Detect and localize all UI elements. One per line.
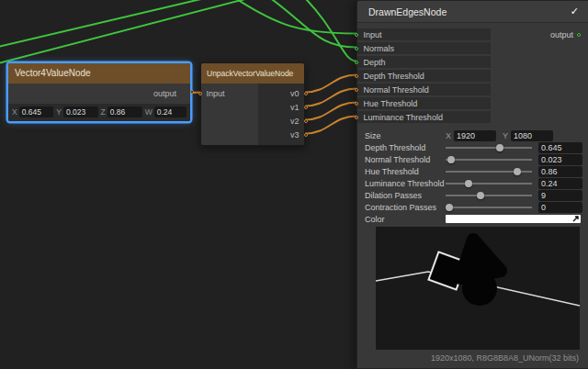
port-label: Depth	[364, 58, 386, 67]
unpack-vector-value-node[interactable]: UnpackVectorValueNode Input v0 v1 v2	[200, 62, 305, 146]
field-z-input[interactable]: 0.86	[107, 106, 142, 117]
edge-orange[interactable]	[305, 75, 356, 93]
panel-title-row[interactable]: DrawnEdgesNode ✓	[357, 1, 588, 23]
size-y-input[interactable]: 1080	[511, 130, 553, 141]
panel-ports-area: Input Normals Depth Depth Threshold Norm…	[357, 28, 588, 129]
slider-track	[446, 147, 532, 149]
color-swatch[interactable]	[446, 215, 581, 223]
slider-track	[446, 183, 532, 184]
normal-threshold-slider[interactable]	[446, 153, 532, 165]
output-port-label: output	[153, 89, 176, 98]
port-row-hue-threshold: Hue Threshold	[357, 97, 491, 109]
slider-handle[interactable]	[447, 156, 455, 163]
hue-threshold-input[interactable]: 0.86	[538, 166, 582, 177]
output-port-icon[interactable]	[577, 33, 581, 37]
node-graph-canvas[interactable]: Vector4ValueNode output X 0.645 Y 0.023 …	[0, 0, 588, 369]
prop-row-dilation-passes: Dilation Passes 9	[365, 189, 582, 201]
size-x-input[interactable]: 1920	[454, 130, 496, 141]
dilation-passes-input[interactable]: 9	[538, 190, 582, 201]
field-w-input[interactable]: 0.24	[154, 106, 187, 117]
port-row-input: Input	[201, 86, 258, 100]
port-row-depth: Depth	[357, 56, 491, 68]
drawn-edges-node-panel[interactable]: DrawnEdgesNode ✓ Input Normals Depth Dep…	[356, 0, 588, 369]
hue-threshold-slider[interactable]	[446, 165, 532, 177]
depth-threshold-slider[interactable]	[446, 141, 532, 153]
v3-port-icon[interactable]	[304, 133, 308, 137]
output-port-row: output	[8, 84, 190, 104]
node-title[interactable]: Vector4ValueNode	[8, 63, 190, 84]
input-port-label: Input	[207, 89, 225, 98]
field-y: Y 0.023	[56, 106, 97, 117]
preview-image	[376, 227, 580, 350]
port-row-v1: v1	[258, 100, 304, 114]
field-y-input[interactable]: 0.023	[63, 106, 98, 117]
port-row-input: Input	[357, 28, 491, 40]
input-port-icon[interactable]	[198, 92, 202, 95]
prop-row-hue-threshold: Hue Threshold 0.86	[365, 165, 582, 177]
port-row-v2: v2	[258, 114, 304, 128]
slider-handle[interactable]	[446, 204, 453, 211]
port-label: Normal Threshold	[364, 85, 429, 95]
size-y-label: Y	[503, 131, 508, 140]
vector4-value-node[interactable]: Vector4ValueNode output X 0.645 Y 0.023 …	[7, 62, 191, 122]
contraction-passes-input[interactable]: 0	[538, 202, 582, 213]
edge-green[interactable]	[226, 0, 356, 34]
depth-threshold-input[interactable]: 0.645	[538, 142, 582, 153]
texture-format-label: 1920x1080, R8G8B8A8_UNorm(32 bits)	[431, 353, 579, 363]
field-y-label: Y	[56, 107, 62, 117]
slider-track	[446, 159, 532, 161]
input-port-icon[interactable]	[355, 33, 358, 37]
output-port-row: output	[550, 28, 581, 40]
field-w-label: W	[145, 107, 153, 117]
edge-orange[interactable]	[305, 89, 356, 106]
v1-port-icon[interactable]	[304, 106, 308, 109]
prop-row-size: Size X 1920 Y 1080	[365, 129, 582, 141]
contraction-passes-slider[interactable]	[446, 201, 532, 213]
prop-label: Contraction Passes	[365, 203, 446, 212]
panel-properties: Size X 1920 Y 1080 Depth Threshold 0.645…	[365, 129, 582, 225]
dilation-passes-slider[interactable]	[446, 189, 532, 201]
luminance-threshold-port-icon[interactable]	[355, 116, 358, 119]
prop-row-normal-threshold: Normal Threshold 0.023	[365, 153, 582, 165]
v0-port-icon[interactable]	[304, 92, 308, 95]
prop-label: Hue Threshold	[365, 167, 446, 176]
port-row-v3: v3	[258, 128, 304, 141]
output-port-icon[interactable]	[190, 90, 194, 94]
v1-port-label: v1	[290, 103, 300, 112]
node-title[interactable]: UnpackVectorValueNode	[201, 63, 304, 84]
luminance-threshold-input[interactable]: 0.24	[538, 178, 582, 189]
slider-handle[interactable]	[514, 168, 521, 175]
slider-handle[interactable]	[496, 144, 503, 151]
v3-port-label: v3	[290, 130, 300, 140]
prop-row-color: Color	[365, 213, 582, 225]
edge-green[interactable]	[0, 0, 263, 64]
luminance-threshold-slider[interactable]	[446, 177, 532, 189]
depth-threshold-port-icon[interactable]	[355, 74, 358, 78]
slider-track	[446, 207, 532, 208]
hue-threshold-port-icon[interactable]	[355, 102, 358, 106]
edge-green[interactable]	[0, 0, 220, 48]
normals-port-icon[interactable]	[355, 47, 358, 50]
slider-handle[interactable]	[477, 192, 484, 199]
normal-threshold-input[interactable]: 0.023	[538, 154, 582, 165]
prop-row-luminance-threshold: Luminance Threshold 0.24	[365, 177, 582, 189]
field-x-input[interactable]: 0.645	[19, 106, 54, 117]
output-ports-area: v0 v1 v2 v3	[258, 84, 304, 145]
normal-threshold-port-icon[interactable]	[355, 88, 358, 92]
slider-handle[interactable]	[465, 180, 472, 187]
size-x-label: X	[446, 131, 451, 140]
edge-orange[interactable]	[305, 117, 356, 134]
edge-orange[interactable]	[305, 103, 356, 120]
enabled-checkbox[interactable]: ✓	[571, 6, 579, 17]
field-z-label: Z	[101, 107, 106, 117]
v2-port-icon[interactable]	[304, 119, 308, 123]
edge-green[interactable]	[263, 0, 356, 48]
port-label: Depth Threshold	[364, 72, 424, 81]
depth-port-icon[interactable]	[355, 61, 358, 64]
port-label: Hue Threshold	[364, 99, 418, 108]
render-preview	[376, 227, 580, 350]
port-label: Luminance Threshold	[364, 113, 443, 122]
edge-green[interactable]	[300, 0, 356, 62]
input-ports-area: Input	[201, 84, 258, 145]
panel-title: DrawnEdgesNode	[368, 6, 447, 17]
